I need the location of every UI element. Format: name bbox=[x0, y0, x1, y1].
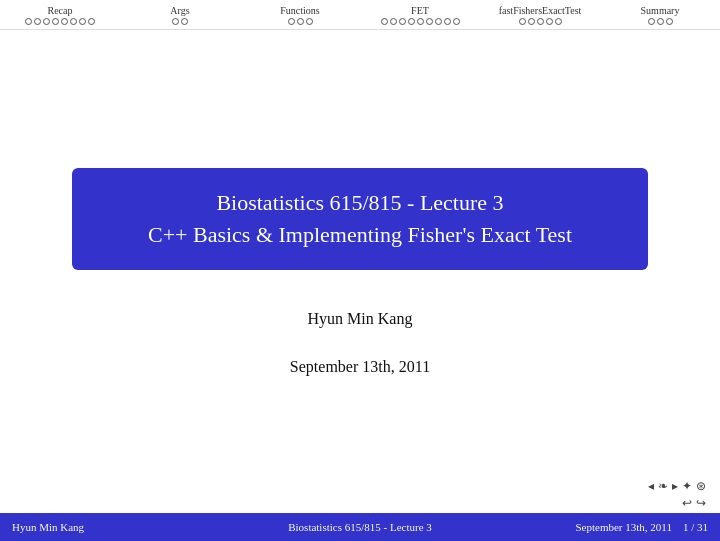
footer-title: Biostatistics 615/815 - Lecture 3 bbox=[186, 521, 534, 533]
author-name: Hyun Min Kang bbox=[308, 310, 413, 328]
bookmark-icon[interactable]: ❧ bbox=[658, 479, 668, 494]
nav-label-functions: Functions bbox=[280, 5, 319, 16]
dot bbox=[390, 18, 397, 25]
nav-dots-recap bbox=[25, 18, 95, 25]
nav-section-recap[interactable]: Recap bbox=[0, 5, 120, 25]
nav-section-summary[interactable]: Summary bbox=[600, 5, 720, 25]
dot bbox=[537, 18, 544, 25]
prev-slide-icon[interactable]: ◂ bbox=[648, 479, 654, 494]
title-line2: C++ Basics & Implementing Fisher's Exact… bbox=[102, 222, 618, 248]
nav-section-args[interactable]: Args bbox=[120, 5, 240, 25]
dot bbox=[519, 18, 526, 25]
dot bbox=[426, 18, 433, 25]
nav-label-fastfishers: fastFishersExactTest bbox=[499, 5, 582, 16]
dot bbox=[657, 18, 664, 25]
settings-icon[interactable]: ✦ bbox=[682, 479, 692, 494]
nav-dots-fet bbox=[381, 18, 460, 25]
footer-page-info: September 13th, 2011 1 / 31 bbox=[534, 521, 708, 533]
back-icon[interactable]: ↩ bbox=[682, 496, 692, 511]
dot bbox=[70, 18, 77, 25]
dot bbox=[381, 18, 388, 25]
next-slide-icon[interactable]: ▸ bbox=[672, 479, 678, 494]
dot bbox=[79, 18, 86, 25]
nav-label-recap: Recap bbox=[48, 5, 73, 16]
dot bbox=[444, 18, 451, 25]
dot bbox=[34, 18, 41, 25]
presentation-date: September 13th, 2011 bbox=[290, 358, 430, 376]
nav-dots-fastfishers bbox=[519, 18, 562, 25]
nav-section-functions[interactable]: Functions bbox=[240, 5, 360, 25]
dot bbox=[648, 18, 655, 25]
nav-label-summary: Summary bbox=[641, 5, 680, 16]
dot bbox=[52, 18, 59, 25]
nav-label-args: Args bbox=[170, 5, 189, 16]
title-box: Biostatistics 615/815 - Lecture 3 C++ Ba… bbox=[72, 168, 648, 270]
title-line1: Biostatistics 615/815 - Lecture 3 bbox=[102, 190, 618, 216]
dot bbox=[417, 18, 424, 25]
footer-author: Hyun Min Kang bbox=[12, 521, 186, 533]
nav-icons-row-top: ◂ ❧ ▸ ✦ ⊛ bbox=[648, 479, 706, 494]
dot bbox=[399, 18, 406, 25]
nav-icons-row-bottom: ↩ ↪ bbox=[682, 496, 706, 511]
search-icon[interactable]: ⊛ bbox=[696, 479, 706, 494]
dot bbox=[528, 18, 535, 25]
nav-label-fet: FET bbox=[411, 5, 429, 16]
slide-nav-icons: ◂ ❧ ▸ ✦ ⊛ ↩ ↪ bbox=[648, 479, 706, 511]
nav-dots-functions bbox=[288, 18, 313, 25]
dot bbox=[666, 18, 673, 25]
dot bbox=[453, 18, 460, 25]
dot bbox=[181, 18, 188, 25]
dot bbox=[172, 18, 179, 25]
nav-dots-summary bbox=[648, 18, 673, 25]
dot bbox=[288, 18, 295, 25]
dot bbox=[546, 18, 553, 25]
dot bbox=[555, 18, 562, 25]
dot bbox=[297, 18, 304, 25]
nav-dots-args bbox=[172, 18, 188, 25]
dot bbox=[61, 18, 68, 25]
forward-icon[interactable]: ↪ bbox=[696, 496, 706, 511]
main-content: Biostatistics 615/815 - Lecture 3 C++ Ba… bbox=[0, 30, 720, 513]
nav-section-fastfishers[interactable]: fastFishersExactTest bbox=[480, 5, 600, 25]
dot bbox=[435, 18, 442, 25]
dot bbox=[88, 18, 95, 25]
nav-section-fet[interactable]: FET bbox=[360, 5, 480, 25]
footer: Hyun Min Kang Biostatistics 615/815 - Le… bbox=[0, 513, 720, 541]
navigation-bar: Recap Args Functions FET bbox=[0, 0, 720, 30]
dot bbox=[306, 18, 313, 25]
dot bbox=[25, 18, 32, 25]
footer-page: 1 / 31 bbox=[683, 521, 708, 533]
footer-date: September 13th, 2011 bbox=[575, 521, 671, 533]
dot bbox=[43, 18, 50, 25]
dot bbox=[408, 18, 415, 25]
